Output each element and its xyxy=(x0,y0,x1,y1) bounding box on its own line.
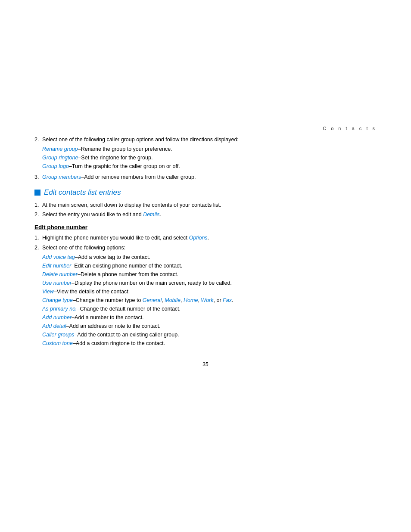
item-content: Select the entry you would like to edit … xyxy=(42,211,377,219)
group-members-desc: –Add or remove members from the caller g… xyxy=(81,174,196,180)
add-number-link: Add number xyxy=(42,314,72,320)
step2-list: 2. Select one of the following caller gr… xyxy=(34,136,377,181)
list-item: Caller groups–Add the contact to an exis… xyxy=(42,330,377,339)
item-content: Highlight the phone number you would lik… xyxy=(42,234,377,242)
edit-contacts-section-heading: Edit contacts list entries xyxy=(34,188,377,197)
list-item: Custom tone–Add a custom ringtone to the… xyxy=(42,339,377,348)
content-area: 2. Select one of the following caller gr… xyxy=(0,136,411,376)
caller-groups-link: Caller groups xyxy=(42,332,74,338)
change-type-end: . xyxy=(232,297,233,303)
rename-group-link: Rename group xyxy=(42,146,78,152)
list-item: As primary no.–Change the default number… xyxy=(42,305,377,313)
item-number: 1. xyxy=(34,234,42,242)
item-number: 2. xyxy=(34,136,42,171)
item-content: At the main screen, scroll down to displ… xyxy=(42,201,377,209)
group-logo-link: Group logo xyxy=(42,163,69,169)
custom-tone-link: Custom tone xyxy=(42,340,73,346)
home-link: Home xyxy=(184,297,198,303)
edit-phone-list: 1. Highlight the phone number you would … xyxy=(34,234,377,348)
list-item: Add voice tag–Add a voice tag to the con… xyxy=(42,253,377,261)
item-content: Select one of the following caller group… xyxy=(42,136,377,171)
edit-contacts-list: 1. At the main screen, scroll down to di… xyxy=(34,201,377,219)
fax-link: Fax xyxy=(223,297,232,303)
list-item: 1. At the main screen, scroll down to di… xyxy=(34,201,377,209)
list-item: Delete number–Delete a phone number from… xyxy=(42,270,377,279)
item-number: 2. xyxy=(34,244,42,348)
group-members-link: Group members xyxy=(42,174,81,180)
group-ringtone-desc: –Set the ringtone for the group. xyxy=(78,155,153,161)
list-item: Add detail–Add an address or note to the… xyxy=(42,322,377,330)
group-logo-desc: –Turn the graphic for the caller group o… xyxy=(69,163,180,169)
primary-no-desc: –Change the default number of the contac… xyxy=(77,306,181,312)
change-type-desc-pre: –Change the number type to xyxy=(73,297,143,303)
view-desc: –View the details of the contact. xyxy=(54,289,130,295)
list-item: Use number–Display the phone number on t… xyxy=(42,279,377,287)
step2-intro: Select one of the following caller group… xyxy=(42,137,239,143)
edit-contacts-step2-post: . xyxy=(159,212,161,218)
page-container: C o n t a c t s 2. Select one of the fol… xyxy=(0,0,411,532)
list-item: 2. Select the entry you would like to ed… xyxy=(34,211,377,219)
page-header: C o n t a c t s xyxy=(0,0,411,136)
view-link: View xyxy=(42,289,54,295)
item-content: Select one of the following options: Add… xyxy=(42,244,377,348)
use-number-link: Use number xyxy=(42,280,72,286)
comma2: , xyxy=(181,297,184,303)
work-link: Work xyxy=(201,297,213,303)
list-item: 3. Group members–Add or remove members f… xyxy=(34,173,377,181)
list-item: Group logo–Turn the graphic for the call… xyxy=(42,162,377,171)
add-voice-tag-link: Add voice tag xyxy=(42,254,75,260)
edit-number-desc: –Edit an existing phone number of the co… xyxy=(71,263,182,269)
item-content: Group members–Add or remove members from… xyxy=(42,173,377,181)
list-item: 2. Select one of the following caller gr… xyxy=(34,136,377,171)
custom-tone-desc: –Add a custom ringtone to the contact. xyxy=(73,340,165,346)
item-number: 1. xyxy=(34,201,42,209)
primary-no-link: As primary no. xyxy=(42,306,77,312)
edit-contacts-step1: At the main screen, scroll down to displ… xyxy=(42,202,221,208)
header-title: C o n t a c t s xyxy=(323,126,377,131)
item-number: 2. xyxy=(34,211,42,219)
mobile-link: Mobile xyxy=(165,297,181,303)
edit-number-link: Edit number xyxy=(42,263,71,269)
list-item: 1. Highlight the phone number you would … xyxy=(34,234,377,242)
edit-phone-subsection-heading: Edit phone number xyxy=(34,224,377,230)
delete-number-desc: –Delete a phone number from the contact. xyxy=(78,271,178,277)
rename-group-desc: –Rename the group to your preference. xyxy=(78,146,172,152)
step2-options: Rename group–Rename the group to your pr… xyxy=(42,145,377,171)
add-voice-tag-desc: –Add a voice tag to the contact. xyxy=(75,254,150,260)
change-type-link: Change type xyxy=(42,297,73,303)
details-link: Details xyxy=(143,212,159,218)
add-detail-desc: –Add an address or note to the contact. xyxy=(66,323,161,329)
edit-phone-step1-post: . xyxy=(208,235,209,241)
edit-contacts-step2-pre: Select the entry you would like to edit … xyxy=(42,212,143,218)
list-item: View–View the details of the contact. xyxy=(42,287,377,296)
options-link: Options xyxy=(189,235,208,241)
list-item: Group ringtone–Set the ringtone for the … xyxy=(42,153,377,162)
section-heading-text: Edit contacts list entries xyxy=(44,188,121,197)
list-item: Add number–Add a number to the contact. xyxy=(42,313,377,322)
general-link: General xyxy=(143,297,162,303)
item-number: 3. xyxy=(34,173,42,181)
list-item: 2. Select one of the following options: … xyxy=(34,244,377,348)
edit-phone-step1-pre: Highlight the phone number you would lik… xyxy=(42,235,189,241)
or-text: , or xyxy=(214,297,223,303)
delete-number-link: Delete number xyxy=(42,271,78,277)
caller-groups-desc: –Add the contact to an existing caller g… xyxy=(74,332,179,338)
page-number: 35 xyxy=(34,361,377,376)
list-item: Change type–Change the number type to Ge… xyxy=(42,296,377,305)
phone-options-list: Add voice tag–Add a voice tag to the con… xyxy=(42,253,377,348)
add-number-desc: –Add a number to the contact. xyxy=(72,314,143,320)
group-ringtone-link: Group ringtone xyxy=(42,155,78,161)
section-icon xyxy=(34,190,40,196)
list-item: Rename group–Rename the group to your pr… xyxy=(42,145,377,153)
list-item: Edit number–Edit an existing phone numbe… xyxy=(42,261,377,270)
edit-phone-step2-intro: Select one of the following options: xyxy=(42,245,125,251)
use-number-desc: –Display the phone number on the main sc… xyxy=(72,280,232,286)
add-detail-link: Add detail xyxy=(42,323,66,329)
